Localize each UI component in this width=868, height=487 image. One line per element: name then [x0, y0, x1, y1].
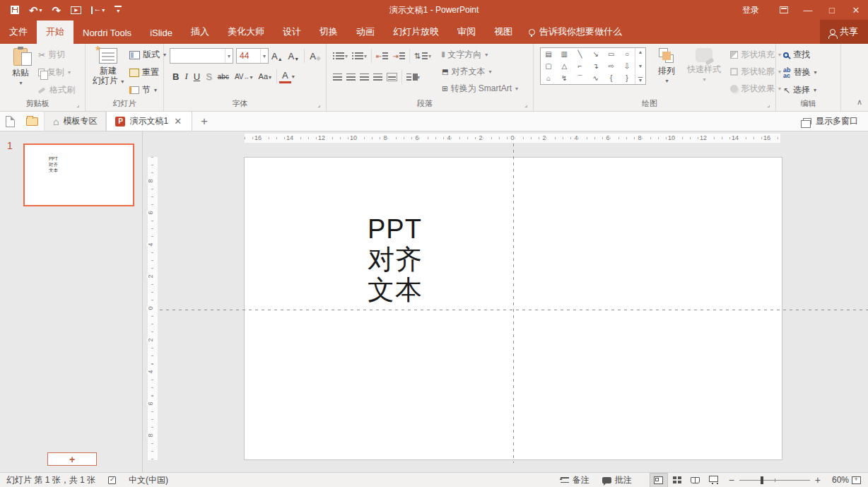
share-button[interactable]: 共享 [820, 20, 868, 44]
slide-sorter-view-button[interactable] [668, 473, 686, 487]
align-text-button[interactable]: ⬒对齐文本▾ [442, 66, 518, 78]
copy-button[interactable]: 复制▾ [38, 66, 75, 78]
tab-slideshow[interactable]: 幻灯片放映 [384, 20, 448, 44]
italic-button[interactable]: I [182, 69, 190, 83]
document-tab[interactable]: P 演示文稿1 ✕ [106, 112, 192, 131]
zoom-in-button[interactable]: + [815, 475, 821, 485]
font-name-input[interactable] [170, 49, 225, 63]
font-dialog-launcher[interactable]: ⌟ [317, 102, 324, 108]
numbering-button[interactable]: ▾ [350, 50, 369, 61]
font-name-combobox[interactable]: ▾ [170, 48, 233, 64]
shape-text-box[interactable]: ▤ [541, 48, 556, 60]
tab-design[interactable]: 设计 [274, 20, 310, 44]
template-zone-tab[interactable]: ⌂ 模板专区 [44, 112, 106, 131]
tab-view[interactable]: 视图 [485, 20, 522, 44]
paragraph-dialog-launcher[interactable]: ⌟ [524, 102, 531, 108]
select-button[interactable]: ↖选择▾ [783, 84, 817, 96]
cut-button[interactable]: ✂剪切 [38, 49, 75, 61]
zoom-slider[interactable] [739, 480, 810, 481]
sign-in-button[interactable]: 登录 [729, 4, 772, 16]
format-painter-button[interactable]: 格式刷 [38, 84, 75, 96]
font-color-button[interactable]: A [279, 69, 291, 83]
notes-button[interactable]: 备注 [554, 473, 596, 487]
tab-review[interactable]: 审阅 [448, 20, 485, 44]
save-button[interactable] [7, 4, 23, 16]
change-case-button[interactable]: Aa▾ [256, 71, 274, 82]
reading-view-button[interactable] [686, 473, 705, 487]
clear-formatting-button[interactable]: A◆ [307, 49, 324, 63]
align-left-button[interactable] [331, 71, 344, 83]
replace-button[interactable]: abac替换▾ [783, 66, 817, 78]
decrease-font-size-button[interactable]: A▼ [286, 49, 303, 63]
shape-effects-button[interactable]: 形状效果▾ [730, 83, 781, 95]
increase-indent-button[interactable]: ⇥ [390, 50, 406, 62]
shape-right-block-arrow[interactable]: ⇨ [604, 60, 619, 72]
close-button[interactable]: ✕ [844, 0, 868, 20]
vertical-guide[interactable] [513, 143, 514, 463]
justify-button[interactable] [371, 71, 385, 83]
tab-insert[interactable]: 插入 [182, 20, 218, 44]
shape-vertical-text-box[interactable]: ▥ [556, 48, 572, 60]
distribute-button[interactable] [385, 71, 399, 83]
minimize-button[interactable]: — [796, 0, 820, 20]
customize-qat-button[interactable]: ▾ [111, 4, 125, 16]
quick-styles-button[interactable]: 快速样式 ▾ [682, 47, 726, 83]
horizontal-guide[interactable] [160, 310, 868, 310]
new-tab-button[interactable]: + [192, 115, 216, 129]
slide-thumbnail[interactable]: PPT 对齐 文本 [23, 143, 134, 206]
tab-nordri-tools[interactable]: Nordri Tools [74, 23, 141, 44]
maximize-button[interactable]: □ [820, 0, 844, 20]
shape-arrow[interactable]: ↘ [587, 48, 603, 60]
start-slideshow-button[interactable] [67, 5, 85, 16]
character-spacing-button[interactable]: AV↔▾ [232, 71, 256, 82]
tab-meihua-dashi[interactable]: 美化大师 [218, 20, 274, 44]
shapes-scroll-up-icon[interactable]: ▲ [638, 49, 643, 54]
drawing-dialog-launcher[interactable]: ⌟ [767, 102, 773, 108]
line-spacing-button[interactable]: ⇅▾ [412, 49, 433, 63]
reset-button[interactable]: 重置 [129, 66, 166, 78]
shape-triangle[interactable]: △ [556, 60, 572, 72]
align-center-button[interactable] [344, 71, 358, 83]
shape-fill-button[interactable]: 形状填充▾ [730, 49, 781, 61]
add-slide-button[interactable]: + [47, 452, 97, 466]
new-slide-button[interactable]: 新建幻灯片 ▾ [90, 47, 127, 87]
shape-right-brace[interactable]: } [619, 72, 635, 84]
shape-scribble[interactable]: ↯ [556, 72, 572, 84]
shape-rounded-rectangle[interactable]: ▢ [541, 60, 556, 72]
shapes-scroll-down-icon[interactable]: ▼ [638, 64, 643, 69]
paste-button[interactable]: 粘贴 ▾ [6, 47, 35, 86]
spellcheck-button[interactable] [102, 473, 122, 487]
decrease-indent-button[interactable]: ⇤ [374, 50, 390, 62]
shape-outline-button[interactable]: 形状轮廓▾ [730, 66, 781, 78]
new-document-button[interactable] [0, 112, 20, 131]
fit-to-window-icon[interactable] [852, 476, 861, 484]
shape-elbow-arrow-connector[interactable]: ↴ [587, 60, 603, 72]
shape-rectangle[interactable]: ▭ [604, 48, 619, 60]
shapes-gallery-scrollbar[interactable]: ▲ ▼ ▼ [635, 48, 645, 84]
tell-me-button[interactable]: 告诉我你想要做什么 [522, 20, 631, 44]
tab-home[interactable]: 开始 [37, 20, 74, 44]
clipboard-dialog-launcher[interactable]: ⌟ [76, 102, 83, 108]
columns-button[interactable]: ▾ [404, 71, 422, 83]
align-right-button[interactable] [358, 71, 371, 83]
strikethrough-button[interactable]: abc [215, 71, 232, 82]
show-multiple-windows-button[interactable]: 显示多窗口 [793, 115, 868, 127]
slideshow-from-beginning-button[interactable]: ▾ [88, 5, 108, 16]
bullets-button[interactable]: ▾ [331, 50, 350, 61]
layout-button[interactable]: 版式▾ [129, 49, 166, 61]
shapes-more-icon[interactable]: ▼ [638, 77, 643, 83]
open-folder-button[interactable] [20, 112, 44, 131]
comments-button[interactable]: 批注 [596, 473, 638, 487]
slide-text-block[interactable]: PPT 对齐 文本 [368, 214, 423, 305]
underline-button[interactable]: U [191, 70, 203, 83]
shape-down-block-arrow[interactable]: ⇩ [619, 60, 635, 72]
tab-islide[interactable]: iSlide [141, 23, 182, 44]
bold-button[interactable]: B [170, 70, 182, 83]
zoom-slider-thumb[interactable] [761, 476, 763, 484]
font-size-combobox[interactable]: 44 ▾ [236, 48, 269, 64]
text-shadow-button[interactable]: S [203, 70, 215, 83]
undo-button[interactable]: ↶▾ [25, 4, 46, 17]
tab-animations[interactable]: 动画 [347, 20, 384, 44]
shape-freeform[interactable]: ⌂ [541, 72, 556, 84]
arrange-button[interactable]: 排列 ▾ [652, 47, 681, 84]
